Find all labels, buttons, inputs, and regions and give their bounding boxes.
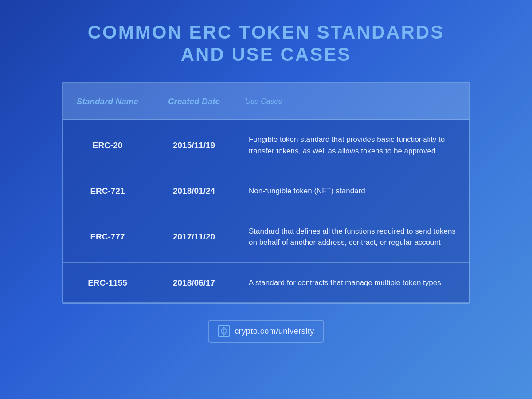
table-header-row: Standard Name Created Date Use Cases bbox=[63, 83, 469, 120]
cell-usecase: Standard that defines all the functions … bbox=[236, 211, 469, 262]
cell-standard: ERC-721 bbox=[63, 171, 152, 211]
cell-date: 2018/06/17 bbox=[152, 262, 236, 303]
table-row: ERC-7772017/11/20Standard that defines a… bbox=[63, 211, 469, 262]
cell-usecase: Non-fungible token (NFT) standard bbox=[236, 171, 469, 211]
footer-text: crypto.com/university bbox=[235, 327, 314, 336]
crypto-logo-icon bbox=[218, 325, 230, 337]
cell-standard: ERC-1155 bbox=[63, 262, 152, 303]
cell-date: 2018/01/24 bbox=[152, 171, 236, 211]
erc-standards-table: Standard Name Created Date Use Cases ERC… bbox=[63, 83, 469, 303]
header-usecase: Use Cases bbox=[236, 83, 469, 120]
footer: crypto.com/university bbox=[208, 320, 324, 343]
page-title: COMMON ERC TOKEN STANDARDS AND USE CASES bbox=[88, 21, 444, 66]
header-standard: Standard Name bbox=[63, 83, 152, 120]
data-table-wrapper: Standard Name Created Date Use Cases ERC… bbox=[62, 82, 470, 304]
cell-usecase: A standard for contracts that manage mul… bbox=[236, 262, 469, 303]
table-row: ERC-7212018/01/24Non-fungible token (NFT… bbox=[63, 171, 469, 211]
cell-date: 2015/11/19 bbox=[152, 120, 236, 171]
table-row: ERC-202015/11/19Fungible token standard … bbox=[63, 120, 469, 171]
cell-standard: ERC-777 bbox=[63, 211, 152, 262]
header-date: Created Date bbox=[152, 83, 236, 120]
cell-standard: ERC-20 bbox=[63, 120, 152, 171]
table-row: ERC-11552018/06/17A standard for contrac… bbox=[63, 262, 469, 303]
cell-date: 2017/11/20 bbox=[152, 211, 236, 262]
cell-usecase: Fungible token standard that provides ba… bbox=[236, 120, 469, 171]
